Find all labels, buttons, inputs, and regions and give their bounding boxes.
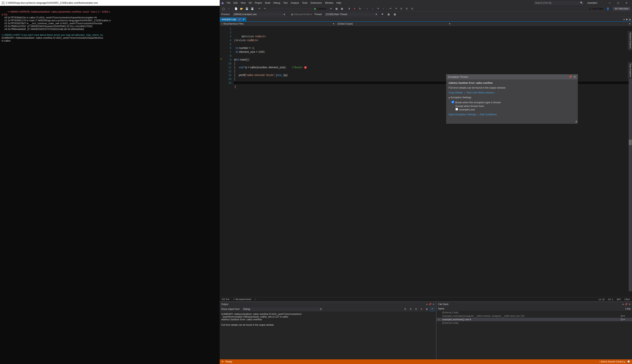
panel-close-icon[interactable]: ✕ xyxy=(433,303,434,306)
notifications-icon[interactable]: 💬 xyxy=(627,360,630,363)
cs-row-current[interactable]: ➪example1.exe!main() Line 9C++ xyxy=(437,318,632,321)
code-text[interactable]: ➪ ⊟#include <stdio.h> │#include <stdlib.… xyxy=(233,26,632,297)
solution-explorer-tab[interactable]: Solution Explorer xyxy=(628,31,632,50)
continue-button[interactable]: ▶ Continue xyxy=(313,7,328,10)
menu-build[interactable]: Build xyxy=(264,1,271,5)
resize-grip-icon[interactable]: ◢ xyxy=(446,120,578,122)
menu-view[interactable]: View xyxy=(239,1,247,5)
open-exception-settings-link[interactable]: Open Exception Settings xyxy=(449,113,476,116)
code-editor[interactable]: 123 456 789 101112 131415 ➪ ⊟#include <s… xyxy=(220,26,632,297)
open-file-icon[interactable]: 📂 xyxy=(239,6,243,11)
tab-settings-icon[interactable]: ⊞ xyxy=(629,18,631,21)
menu-extensions[interactable]: Extensions xyxy=(309,1,323,5)
process-dropdown[interactable]: [38840] example1.exe▾ xyxy=(232,12,286,16)
search-input[interactable]: Search (Ctrl+Q) 🔍 xyxy=(534,1,584,5)
minimize-button[interactable]: — xyxy=(606,0,614,6)
pin-icon[interactable]: 📌 xyxy=(238,18,241,21)
nav-scope-dropdown[interactable]: (Global Scope)▾ xyxy=(336,22,452,26)
tool-icon-2[interactable]: ▦ xyxy=(340,6,344,11)
output-btn-4[interactable]: ≡ xyxy=(419,307,424,311)
output-source-dropdown[interactable]: Debug▾ xyxy=(242,307,323,311)
menu-help[interactable]: Help xyxy=(335,1,343,5)
tool-icon-1[interactable]: ▦ xyxy=(334,6,339,11)
platform-dropdown[interactable] xyxy=(286,8,312,9)
edit-conditions-link[interactable]: Edit Conditions xyxy=(480,113,497,116)
maximize-button[interactable]: ▢ xyxy=(614,0,622,6)
save-all-icon[interactable]: 💾 xyxy=(250,6,254,11)
menu-test[interactable]: Test xyxy=(282,1,289,5)
panel-dropdown-icon[interactable]: ▾ xyxy=(426,303,428,306)
lifecycle-events[interactable]: ▦ Lifecycle Events ▾ xyxy=(291,13,312,16)
exception-settings-header[interactable]: ▴ Exception Settings xyxy=(449,96,575,99)
cs-col-lang[interactable]: Lang xyxy=(625,307,630,310)
tool-icon-4[interactable]: ↷ xyxy=(394,6,398,11)
menu-window[interactable]: Window xyxy=(324,1,335,5)
cs-close-icon[interactable]: ✕ xyxy=(629,303,630,306)
restart-button[interactable]: ↻ xyxy=(358,6,362,11)
cs-row[interactable]: [External Code] xyxy=(437,311,632,314)
cs-row[interactable]: [External Code] xyxy=(437,321,632,325)
menu-file[interactable]: File xyxy=(225,1,231,5)
show-next-stmt-icon[interactable]: → xyxy=(365,6,369,11)
stop-button[interactable]: ■ xyxy=(353,6,357,11)
scroll-left-icon[interactable]: ◂ xyxy=(255,298,256,300)
flag-icon[interactable]: ⚑ xyxy=(380,12,385,16)
output-btn-3[interactable]: ⎘ xyxy=(414,307,418,311)
zoom-level[interactable]: 111 % ▾ xyxy=(222,298,229,300)
menu-edit[interactable]: Edit xyxy=(232,1,239,5)
tool-icon-5[interactable]: ⎘ xyxy=(399,6,404,11)
output-btn-1[interactable]: ⎘ xyxy=(403,307,407,311)
feedback-icon[interactable]: 👤 xyxy=(606,6,610,11)
config-dropdown[interactable] xyxy=(270,8,285,9)
output-btn-2[interactable]: ⎘ xyxy=(408,307,413,311)
copy-details-link[interactable]: Copy Details xyxy=(449,91,463,94)
step-over-button[interactable]: ↷ xyxy=(376,6,380,11)
output-btn-6[interactable]: ⏎ xyxy=(430,307,434,311)
tool-icon-7[interactable]: ⎘ xyxy=(410,6,414,11)
close-button[interactable]: ✕ xyxy=(623,0,630,6)
nav-member-dropdown[interactable]: ▾ xyxy=(452,22,632,26)
redo-button[interactable]: ↷ xyxy=(263,6,267,11)
team-explorer-tab[interactable]: Team Explorer xyxy=(628,62,632,79)
live-share-button[interactable]: ⮵ Live Share xyxy=(587,7,604,10)
tab-add-icon[interactable]: ✚ xyxy=(626,18,628,21)
save-icon[interactable]: 💾 xyxy=(245,6,249,11)
tab-example1-cpp[interactable]: example1.cpp 📌 ✕ xyxy=(220,18,246,21)
close-popup-icon[interactable]: ✕ xyxy=(574,76,576,78)
menu-tools[interactable]: Tools xyxy=(301,1,308,5)
stackframe-icon[interactable]: ▦ xyxy=(387,12,391,16)
nav-project-dropdown[interactable]: ⎘ Miscellaneous Files▾ xyxy=(220,22,336,26)
editor-scrollbar[interactable] xyxy=(629,74,632,291)
nav-back-button[interactable]: ◯ xyxy=(221,6,225,11)
step-into-button[interactable]: ↓ xyxy=(371,6,375,11)
panel-pin-icon[interactable]: 📌 xyxy=(429,303,431,306)
except-item-checkbox[interactable]: example1.exe xyxy=(455,108,475,111)
add-source-control[interactable]: ↑ Add to Source Control ▴ xyxy=(599,360,625,363)
debug-target-icon[interactable]: ▾ xyxy=(329,6,333,11)
break-all-button[interactable]: ⏸ xyxy=(347,6,351,11)
console-titlebar[interactable]: C:\MSDN\cpp-docs-pr\docs\c-language\ASAN… xyxy=(0,0,220,6)
break-when-checkbox[interactable]: Break when this exception type is thrown xyxy=(452,101,501,104)
menu-analyze[interactable]: Analyze xyxy=(289,1,300,5)
step-out-button[interactable]: ↑ xyxy=(381,6,386,11)
close-tab-icon[interactable]: ✕ xyxy=(243,18,244,21)
thread-dropdown[interactable]: [22260] Main Thread▾ xyxy=(324,12,379,16)
menu-debug[interactable]: Debug xyxy=(272,1,281,5)
pin-popup-icon[interactable]: 📌 xyxy=(569,76,572,78)
output-text[interactable]: SUMMARY: AddressSanitizer: calloc-overfl… xyxy=(220,312,436,359)
tool-icon-3[interactable]: ↶ xyxy=(389,6,393,11)
cs-pin-icon[interactable]: 📌 xyxy=(625,303,627,306)
undo-button[interactable]: ↶ xyxy=(257,6,261,11)
tool-icon-6[interactable]: ⎘ xyxy=(405,6,409,11)
menu-git[interactable]: Git xyxy=(248,1,253,5)
no-issues[interactable]: ✔ No issues found xyxy=(233,298,251,300)
new-file-icon[interactable]: 📄 xyxy=(234,6,238,11)
cs-row[interactable]: example1.exe!calloc(unsigned __int64 nme… xyxy=(437,314,632,318)
cs-dropdown-icon[interactable]: ▾ xyxy=(622,303,624,306)
menu-project[interactable]: Project xyxy=(253,1,263,5)
cs-col-name[interactable]: Name xyxy=(438,307,625,310)
output-btn-5[interactable]: ≣ xyxy=(425,307,429,311)
tab-menu-icon[interactable]: ▾ xyxy=(623,18,625,21)
stackframe-icon-2[interactable]: ▦ xyxy=(393,12,397,16)
nav-fwd-button[interactable]: → xyxy=(227,6,231,11)
